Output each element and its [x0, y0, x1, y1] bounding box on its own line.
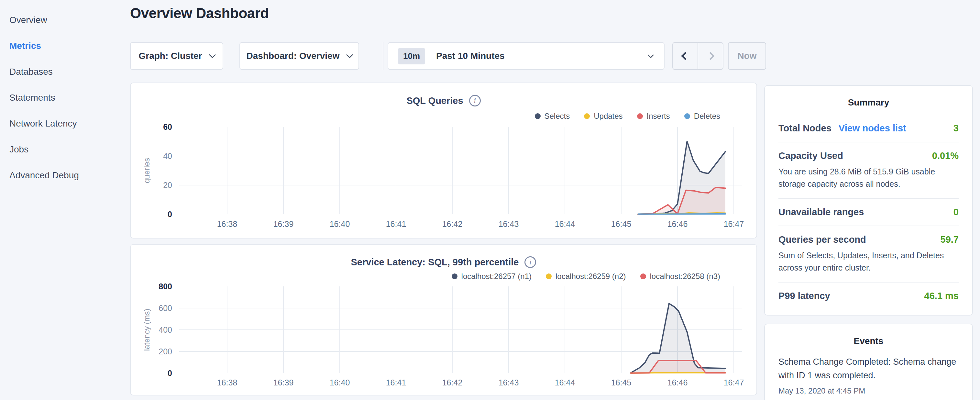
- event-text: Schema Change Completed: Schema change w…: [778, 355, 959, 382]
- summary-row-value: 0.01%: [932, 150, 959, 161]
- summary-row-label: Capacity Used: [778, 150, 843, 161]
- summary-row-label: Queries per second: [778, 234, 866, 245]
- summary-row-capacity-used: Capacity Used0.01%You are using 28.6 MiB…: [778, 142, 959, 198]
- svg-text:800: 800: [159, 282, 172, 291]
- svg-text:16:43: 16:43: [499, 220, 519, 228]
- sidebar-item-metrics[interactable]: Metrics: [10, 33, 130, 59]
- controls-bar: Graph: Cluster Dashboard: Overview 10m P…: [130, 42, 777, 70]
- time-range-label: Past 10 Minutes: [436, 51, 505, 61]
- summary-row-description: Sum of Selects, Updates, Inserts, and De…: [778, 250, 959, 274]
- summary-row-value: 3: [953, 123, 959, 134]
- svg-text:16:40: 16:40: [330, 378, 350, 387]
- summary-title: Summary: [765, 86, 972, 108]
- sidebar-item-advanced-debug[interactable]: Advanced Debug: [10, 163, 130, 188]
- sidebar-item-jobs[interactable]: Jobs: [10, 137, 130, 163]
- event-item[interactable]: Schema Change Completed: Schema change w…: [765, 346, 972, 395]
- summary-card: Summary Total NodesView nodes list3Capac…: [764, 85, 973, 316]
- svg-text:16:43: 16:43: [499, 378, 519, 387]
- events-card: Events Schema Change Completed: Schema c…: [764, 324, 973, 400]
- sidebar: OverviewMetricsDatabasesStatementsNetwor…: [0, 0, 130, 188]
- page-title: Overview Dashboard: [130, 5, 269, 21]
- chevron-down-icon: [209, 51, 215, 58]
- sidebar-item-network-latency[interactable]: Network Latency: [10, 111, 130, 137]
- summary-row-total-nodes: Total NodesView nodes list3: [778, 115, 959, 142]
- summary-row-value: 0: [953, 207, 959, 217]
- events-list: Schema Change Completed: Schema change w…: [765, 346, 972, 395]
- time-next-button[interactable]: [698, 43, 723, 69]
- svg-text:400: 400: [159, 325, 172, 334]
- svg-text:0: 0: [168, 369, 172, 378]
- summary-row-unavailable-ranges: Unavailable ranges0: [778, 198, 959, 226]
- summary-row-description: You are using 28.6 MiB of 515.9 GiB usab…: [778, 166, 959, 190]
- sidebar-item-databases[interactable]: Databases: [10, 59, 130, 85]
- service-latency-plot[interactable]: 020040060080016:3816:3916:4016:4116:4216…: [131, 245, 756, 395]
- dashboard-dropdown[interactable]: Dashboard: Overview: [239, 42, 359, 70]
- view-nodes-list-link[interactable]: View nodes list: [838, 123, 906, 134]
- svg-text:16:42: 16:42: [442, 378, 463, 387]
- svg-text:16:42: 16:42: [442, 220, 463, 228]
- svg-text:20: 20: [163, 180, 172, 190]
- chevron-right-icon: [706, 52, 714, 60]
- svg-text:16:46: 16:46: [667, 378, 688, 387]
- sidebar-item-statements[interactable]: Statements: [10, 85, 130, 111]
- svg-text:16:44: 16:44: [555, 378, 575, 387]
- time-range-badge: 10m: [398, 48, 425, 64]
- svg-text:16:41: 16:41: [386, 378, 406, 387]
- now-button[interactable]: Now: [728, 42, 766, 70]
- summary-rows: Total NodesView nodes list3Capacity Used…: [765, 108, 972, 309]
- summary-row-p99-latency: P99 latency46.1 ms: [778, 282, 959, 309]
- summary-row-label: Total Nodes: [778, 123, 832, 134]
- time-range-picker[interactable]: 10m Past 10 Minutes: [388, 42, 665, 70]
- svg-text:queries: queries: [142, 158, 151, 183]
- time-nav-group: [672, 42, 724, 70]
- svg-text:600: 600: [159, 304, 172, 312]
- dashboard-label: Dashboard: Overview: [247, 51, 340, 61]
- metrics-page: OverviewMetricsDatabasesStatementsNetwor…: [0, 0, 980, 400]
- svg-text:16:40: 16:40: [330, 220, 350, 228]
- chevron-down-icon: [346, 51, 353, 58]
- summary-row-label: P99 latency: [778, 291, 830, 301]
- svg-text:16:41: 16:41: [386, 220, 406, 228]
- svg-text:16:46: 16:46: [667, 220, 688, 228]
- svg-text:16:47: 16:47: [724, 378, 744, 387]
- graph-scope-label: Graph: Cluster: [138, 51, 202, 61]
- sidebar-item-overview[interactable]: Overview: [10, 7, 130, 33]
- summary-row-queries-per-second: Queries per second59.7Sum of Selects, Up…: [778, 226, 959, 282]
- summary-row-value: 59.7: [940, 234, 959, 245]
- svg-text:16:47: 16:47: [724, 220, 744, 228]
- time-prev-button[interactable]: [673, 43, 698, 69]
- chevron-down-icon: [648, 52, 654, 58]
- svg-text:0: 0: [168, 210, 172, 219]
- graph-scope-dropdown[interactable]: Graph: Cluster: [130, 42, 223, 70]
- summary-row-label: Unavailable ranges: [778, 207, 864, 217]
- sql-queries-plot[interactable]: 020406016:3816:3916:4016:4116:4216:4316:…: [131, 83, 756, 238]
- svg-text:40: 40: [163, 151, 172, 161]
- svg-text:60: 60: [163, 122, 172, 131]
- svg-text:16:45: 16:45: [611, 378, 632, 387]
- sql-queries-chart-card: SQL Queries i SelectsUpdatesInsertsDelet…: [130, 83, 757, 239]
- svg-text:16:39: 16:39: [274, 378, 294, 387]
- service-latency-chart-card: Service Latency: SQL, 99th percentile i …: [130, 244, 757, 395]
- svg-text:16:39: 16:39: [274, 220, 294, 228]
- svg-text:16:45: 16:45: [611, 220, 632, 228]
- svg-text:16:44: 16:44: [555, 220, 575, 228]
- svg-text:16:38: 16:38: [217, 220, 237, 228]
- svg-text:latency (ms): latency (ms): [142, 309, 151, 351]
- controls-divider: [383, 42, 383, 70]
- event-timestamp: May 13, 2020 at 4:45 PM: [778, 386, 959, 395]
- chevron-left-icon: [681, 52, 689, 60]
- events-title: Events: [765, 324, 972, 346]
- svg-text:200: 200: [159, 347, 172, 356]
- summary-row-value: 46.1 ms: [924, 291, 959, 301]
- svg-text:16:38: 16:38: [217, 378, 237, 387]
